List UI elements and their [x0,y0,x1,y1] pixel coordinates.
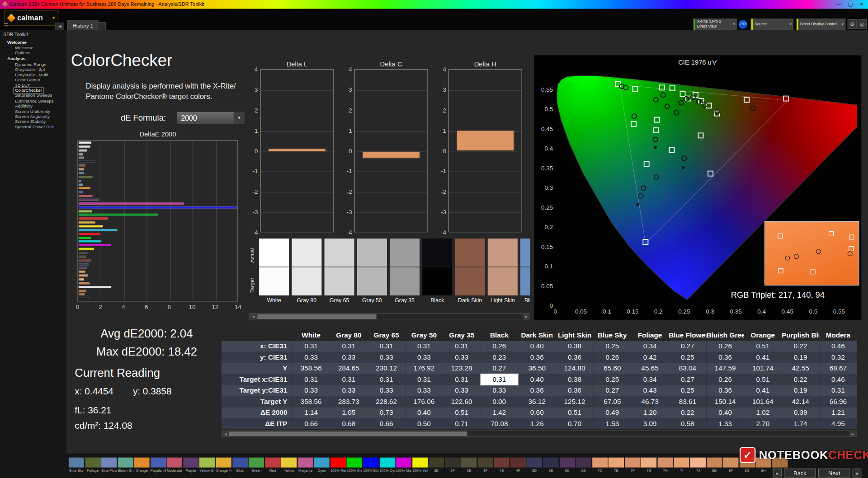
back-arrow-button[interactable]: « [773,469,782,478]
target-tool-button[interactable]: ◎ [858,19,867,29]
gridline [449,172,521,172]
hamburger-icon[interactable]: ☰ [4,23,9,28]
table-cell: 0.36 [706,352,744,363]
source-dropdown[interactable]: Source ▾ [750,18,794,30]
tab-history-1-label: History 1 [72,23,93,28]
table-cell: 0.46 [819,374,857,385]
table-scrollbar[interactable]: ◄ ► [222,431,857,437]
meter-count-badge: 233 [738,20,747,29]
y-tick-label: -3 [246,209,258,216]
tree-section-analysis[interactable]: Analysis [0,56,66,62]
reading-fl: fL: 36.21 [75,405,111,416]
inset-measured-marker [816,248,821,253]
sidebar-item-options[interactable]: Options [0,50,66,56]
sequence-patch-label: 7J [690,469,706,473]
chevron-down-icon: ▾ [733,22,737,27]
back-button[interactable]: Back [784,469,816,478]
calman-logo-menu[interactable]: calman ▾ [5,10,59,25]
actual-swatch [455,239,485,267]
sidebar-item-welcome[interactable]: Welcome [0,45,66,51]
sequence-patch-label: 8E [707,469,722,473]
table-cell: 0.51 [744,374,782,385]
sidebar-item-dynamic-range[interactable]: Dynamic Range [0,62,66,67]
sidebar-item-screen-stability[interactable]: Screen Stability [0,119,66,125]
inset-measured-marker [785,255,790,260]
sidebar-item-label: Color Gamut [14,78,41,83]
sidebar-item-luminance-sweeps[interactable]: Luminance Sweeps [0,98,66,104]
swatch-label: Light Skin [488,297,518,303]
sidebar-item-saturation-sweeps[interactable]: Saturation Sweeps [0,93,66,98]
display-control-dropdown[interactable]: Direct Display Control ▾ [796,18,846,30]
de-bar [79,210,92,212]
main-content: ColorChecker Display analysis is perform… [66,30,868,454]
sidebar-item-grayscale-multi[interactable]: Grayscale - Multi [0,72,66,78]
meter-dropdown[interactable]: X-Rite i1Pro 2Direct View ▾ [693,18,737,30]
inset-target-marker [778,268,783,273]
minimize-button[interactable]: — [836,0,841,9]
table-cell: 0.33 [292,352,330,363]
maximize-button[interactable]: ▢ [848,0,853,9]
calman-diamond-icon [7,14,16,22]
sequence-patch-label: Blue Flower [101,469,117,473]
avg-de2000: Avg dE2000: 2.04 [72,324,222,342]
table-cell: 0.31 [405,341,443,351]
tab-stub[interactable] [98,22,106,30]
table-cell: 83.04 [669,363,706,374]
collapse-sidebar-button[interactable]: ◀ [55,23,64,30]
de-bar [79,157,85,159]
table-cell: 0.68 [330,418,368,429]
de-formula-dropdown[interactable]: 2000 ▾ [176,111,245,124]
sequence-patch-label: 2F [445,469,460,473]
actual-swatch [390,239,420,267]
colorchecker-results-table: WhiteGray 80Gray 65Gray 50Gray 35BlackDa… [222,329,857,430]
sidebar-item-screen-angularity[interactable]: Screen Angularity [0,114,66,119]
tree-section-welcome[interactable]: Welcome [0,40,66,45]
de-bar [79,267,87,269]
gridline [124,141,124,301]
x-tick-label: 4 [118,304,129,310]
sidebar-item-screen-uniformity[interactable]: Screen Uniformity [0,109,66,114]
sequence-patch-7g [641,458,656,468]
sequence-patch-cyan [314,458,330,468]
gridline [170,141,170,301]
swatch-scrollbar[interactable]: ◄ ► [249,313,530,320]
de-bar [79,214,158,216]
sidebar-item-color-gamut[interactable]: Color Gamut [0,78,66,83]
table-cell: 0.26 [706,374,744,385]
table-cell: 0.42 [631,352,669,363]
close-button[interactable]: ✕ [859,0,863,9]
scroll-right-icon[interactable]: ► [523,314,530,319]
next-button[interactable]: Next [818,469,850,478]
sequence-patch-6e [576,458,591,468]
sidebar-item-colorchecker[interactable]: ColorChecker [0,88,66,94]
scrollbar-thumb[interactable] [229,431,467,436]
scrollbar-thumb[interactable] [257,314,376,319]
gridline [261,172,333,172]
sidebar-item-3d-lut[interactable]: 3D LUT [0,83,66,88]
table-cell: 67.05 [594,396,631,407]
sequence-patch-100-blue [363,458,378,468]
table-cell: 0.46 [819,341,857,351]
chevron-down-icon: ▾ [234,112,245,124]
gridline [355,212,427,213]
de-bar [79,233,100,235]
scroll-left-icon[interactable]: ◄ [250,314,257,319]
settings-gear-button[interactable]: ⚙ [848,19,857,29]
table-cell: 0.33 [405,352,443,363]
table-cell: 0.33 [481,385,518,396]
next-arrow-button[interactable]: » [853,469,862,478]
tab-history-1[interactable]: History 1 [67,20,99,30]
sidebar-item-grayscale-2pt[interactable]: Grayscale - 2pt [0,67,66,73]
sidebar-item-spectral-power-dist-[interactable]: Spectral Power Dist. [0,124,66,130]
sequence-patch-100-red [330,458,346,468]
column-header: Blue Flower [669,329,706,341]
sidebar-item-additivity[interactable]: Additivity [0,103,66,109]
sequence-patch-label: 4E [494,469,509,473]
table-cell: 0.36 [556,385,593,396]
table-cell: 0.27 [669,374,706,385]
scroll-right-icon[interactable]: ► [849,431,856,436]
delta-chart-title: Delta C [354,60,428,68]
table-cell: 0.36 [706,385,744,396]
table-cell: 1.33 [706,418,744,429]
scroll-left-icon[interactable]: ◄ [222,431,229,436]
